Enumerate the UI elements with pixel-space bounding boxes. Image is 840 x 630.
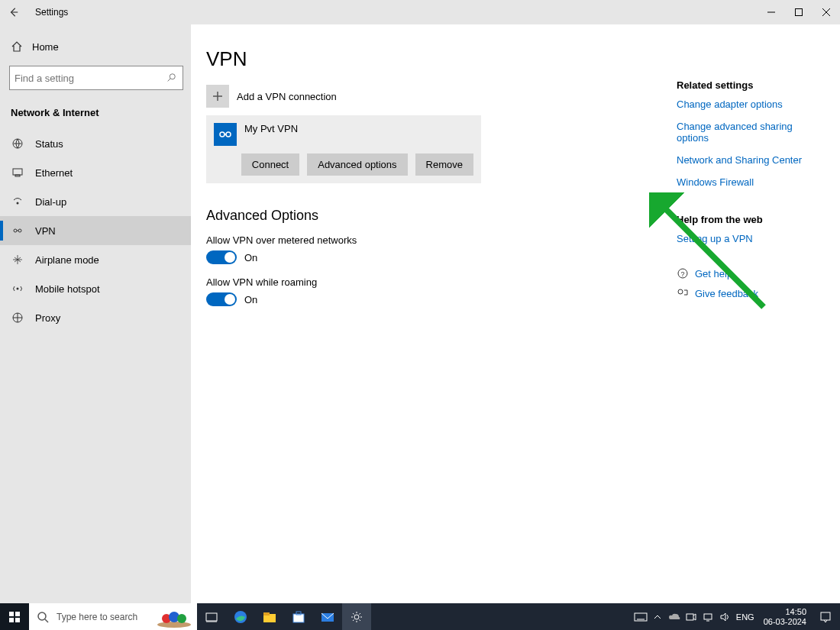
help-heading: Help from the web: [677, 214, 822, 225]
keyboard-icon[interactable]: [634, 603, 648, 630]
feedback-link[interactable]: Give feedback: [677, 287, 822, 299]
meet-icon[interactable]: [684, 603, 698, 630]
titlebar: Settings: [0, 0, 840, 24]
sidebar-item-ethernet[interactable]: Ethernet: [0, 158, 191, 187]
toggle-metered[interactable]: [206, 250, 237, 264]
svg-rect-49: [821, 612, 830, 620]
clock-time: 14:50: [764, 607, 806, 617]
related-settings-heading: Related settings: [677, 79, 822, 91]
store-icon[interactable]: [284, 603, 313, 630]
network-icon[interactable]: [701, 603, 715, 630]
onedrive-icon[interactable]: [667, 603, 681, 630]
link-firewall[interactable]: Windows Firewall: [677, 176, 822, 188]
svg-rect-1: [796, 9, 803, 16]
notifications-icon[interactable]: [814, 603, 837, 630]
vpn-name: My Pvt VPN: [244, 123, 298, 134]
minimize-button[interactable]: [758, 0, 785, 24]
advanced-options-button[interactable]: Advanced options: [307, 153, 407, 176]
svg-point-18: [226, 132, 231, 137]
chevron-up-icon[interactable]: [651, 603, 664, 630]
status-icon: [11, 137, 24, 150]
hotspot-icon: [11, 283, 24, 295]
svg-rect-27: [15, 618, 20, 622]
sidebar-item-airplane[interactable]: Airplane mode: [0, 245, 191, 274]
close-button[interactable]: [813, 0, 840, 24]
sidebar-home-label: Home: [32, 41, 59, 53]
page-title: VPN: [206, 47, 840, 71]
sidebar: Home Network & Internet Status Ethernet …: [0, 24, 191, 603]
taskbar[interactable]: Type here to search ENG 14:50 06-03-2024: [0, 603, 840, 630]
sidebar-item-label: VPN: [35, 225, 56, 237]
search-decoration-icon: [151, 603, 197, 630]
svg-rect-39: [293, 614, 304, 622]
dialup-icon: [11, 195, 24, 208]
window-title: Settings: [35, 7, 68, 18]
taskbar-search[interactable]: Type here to search: [29, 603, 197, 630]
sidebar-item-dialup[interactable]: Dial-up: [0, 187, 191, 216]
svg-rect-24: [9, 612, 14, 616]
clock[interactable]: 14:50 06-03-2024: [759, 607, 811, 627]
back-button[interactable]: [0, 0, 27, 24]
search-input[interactable]: [9, 66, 183, 90]
svg-text:?: ?: [680, 270, 684, 278]
svg-rect-7: [13, 169, 22, 175]
edge-icon[interactable]: [226, 603, 255, 630]
search-icon: [37, 611, 49, 623]
vpn-connection-icon: [214, 123, 237, 146]
toggle-roaming[interactable]: [206, 292, 237, 306]
toggle-roaming-state: On: [244, 294, 257, 305]
mail-icon[interactable]: [313, 603, 342, 630]
svg-rect-47: [704, 614, 712, 619]
get-help-link[interactable]: ? Get help: [677, 267, 822, 279]
link-network-center[interactable]: Network and Sharing Center: [677, 154, 822, 166]
settings-icon[interactable]: [342, 603, 371, 630]
vpn-icon: [11, 225, 24, 237]
clock-date: 06-03-2024: [764, 617, 806, 627]
sidebar-item-hotspot[interactable]: Mobile hotspot: [0, 274, 191, 303]
svg-line-29: [45, 619, 48, 622]
svg-rect-26: [9, 618, 14, 622]
language-indicator[interactable]: ENG: [735, 603, 756, 630]
link-sharing-options[interactable]: Change advanced sharing options: [677, 121, 822, 144]
svg-rect-34: [206, 613, 217, 621]
feedback-label: Give feedback: [695, 288, 758, 299]
search-icon: [166, 73, 176, 83]
vpn-entry[interactable]: My Pvt VPN Connect Advanced options Remo…: [206, 115, 481, 183]
get-help-label: Get help: [695, 268, 732, 279]
svg-line-5: [168, 79, 171, 82]
svg-point-11: [18, 229, 21, 232]
sidebar-item-label: Proxy: [35, 312, 60, 324]
svg-rect-25: [15, 612, 20, 616]
svg-point-42: [354, 615, 359, 619]
sidebar-item-status[interactable]: Status: [0, 129, 191, 158]
taskview-icon[interactable]: [197, 603, 226, 630]
volume-icon[interactable]: [718, 603, 732, 630]
link-setup-vpn[interactable]: Setting up a VPN: [677, 233, 822, 244]
remove-button[interactable]: Remove: [415, 153, 473, 176]
toggle-metered-state: On: [244, 252, 257, 263]
main-content: VPN Add a VPN connection My Pvt VPN Conn…: [191, 24, 840, 603]
svg-point-33: [177, 614, 186, 623]
airplane-icon: [11, 254, 24, 266]
svg-point-22: [678, 289, 683, 294]
svg-point-30: [157, 622, 191, 628]
search-field[interactable]: [10, 66, 169, 89]
sidebar-home[interactable]: Home: [0, 32, 191, 61]
plus-icon: [206, 85, 229, 108]
home-icon: [11, 40, 23, 53]
sidebar-item-proxy[interactable]: Proxy: [0, 303, 191, 332]
link-adapter-options[interactable]: Change adapter options: [677, 99, 822, 110]
explorer-icon[interactable]: [255, 603, 284, 630]
sidebar-item-label: Mobile hotspot: [35, 283, 100, 295]
maximize-button[interactable]: [785, 0, 813, 24]
svg-rect-46: [687, 614, 693, 620]
start-button[interactable]: [0, 603, 29, 630]
svg-point-17: [220, 132, 225, 137]
svg-point-10: [14, 229, 17, 232]
connect-button[interactable]: Connect: [241, 153, 299, 176]
svg-rect-38: [263, 612, 270, 615]
sidebar-item-vpn[interactable]: VPN: [0, 216, 191, 245]
sidebar-item-label: Status: [35, 138, 63, 150]
sidebar-category: Network & Internet: [0, 101, 191, 129]
feedback-icon: [677, 287, 689, 299]
